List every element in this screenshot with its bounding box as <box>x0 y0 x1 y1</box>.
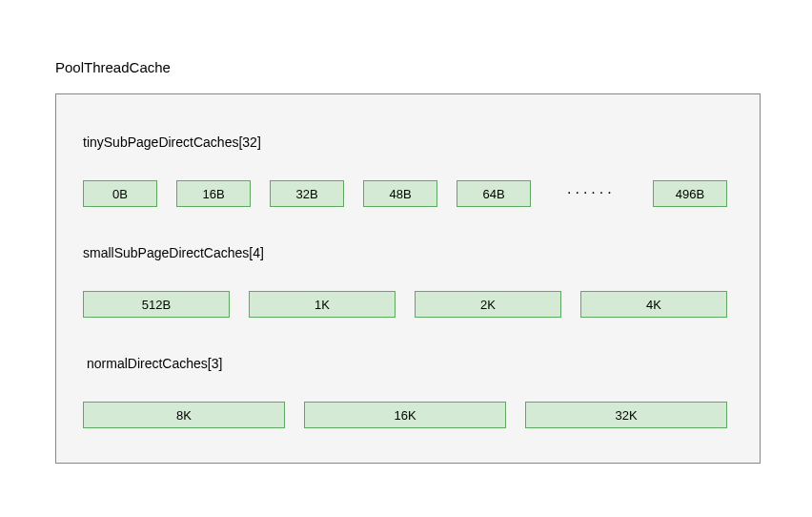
normal-cache-box: 16K <box>304 402 506 428</box>
small-cache-box: 1K <box>249 291 396 318</box>
small-section-label: smallSubPageDirectCaches[4] <box>83 245 264 260</box>
normal-cache-box: 32K <box>525 402 727 428</box>
small-cache-box: 2K <box>415 291 561 318</box>
normal-section-label: normalDirectCaches[3] <box>87 356 222 371</box>
tiny-cache-box: 32B <box>270 180 344 207</box>
tiny-cache-box: 0B <box>83 180 157 207</box>
tiny-cache-box: 16B <box>176 180 251 207</box>
diagram-title: PoolThreadCache <box>55 59 171 75</box>
tiny-cache-box: 64B <box>457 180 531 207</box>
small-cache-box: 512B <box>83 291 230 318</box>
normal-cache-box: 8K <box>83 402 285 428</box>
tiny-section-label: tinySubPageDirectCaches[32] <box>83 134 261 150</box>
ellipsis: ······ <box>567 184 616 201</box>
tiny-cache-box: 48B <box>363 180 437 207</box>
small-cache-box: 4K <box>580 291 727 318</box>
pool-container: tinySubPageDirectCaches[32] 0B 16B 32B 4… <box>55 93 761 464</box>
tiny-cache-box: 496B <box>653 180 727 207</box>
